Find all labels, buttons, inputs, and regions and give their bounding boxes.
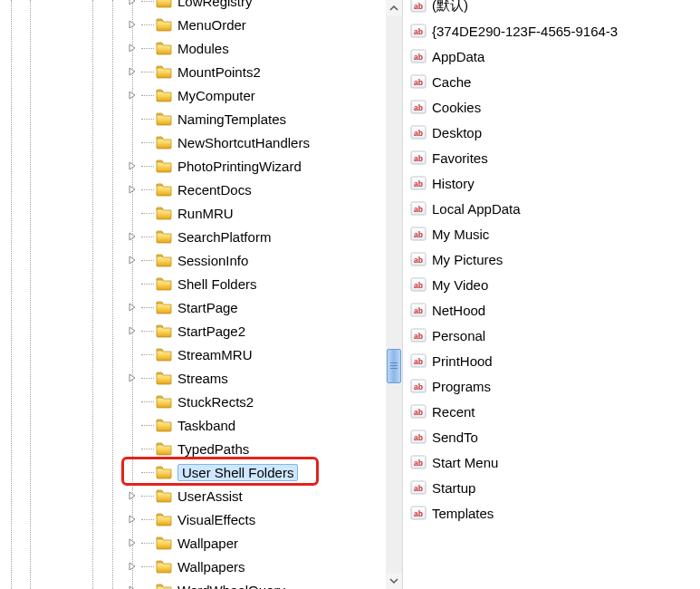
tree-item[interactable]: NamingTemplates [127,107,402,130]
string-value-icon: ab [410,73,427,90]
expand-icon[interactable] [127,325,138,336]
string-value-icon: ab [410,124,427,140]
expand-icon[interactable] [127,43,138,53]
value-row[interactable]: abDesktop [403,120,700,145]
tree-item-label: Shell Folders [177,276,257,292]
tree-item[interactable]: Streams [127,366,402,390]
expand-icon[interactable] [127,561,138,572]
tree-item[interactable]: MountPoints2 [127,60,402,83]
tree-item[interactable]: Shell Folders [127,272,402,295]
expand-icon[interactable] [127,19,138,30]
tree-item[interactable]: User Shell Folders [127,460,402,484]
tree-item[interactable]: TypedPaths [127,437,402,460]
svg-text:ab: ab [414,154,423,163]
expand-icon[interactable] [127,255,138,266]
tree-scrollbar[interactable] [386,0,402,589]
folder-icon [156,17,172,32]
svg-text:ab: ab [414,78,423,87]
value-name: History [432,176,475,191]
tree-item[interactable]: MenuOrder [127,13,402,36]
tree-item-label: RunMRU [177,206,234,221]
tree-item[interactable]: NewShortcutHandlers [127,130,402,154]
tree-item[interactable]: UserAssist [127,484,402,507]
value-row[interactable]: abLocal AppData [403,196,700,221]
folder-icon [156,536,172,550]
tree-item[interactable]: SearchPlatform [127,225,402,248]
folder-icon [156,371,172,385]
registry-tree[interactable]: LowRegistryMenuOrderModulesMountPoints2M… [0,0,402,589]
tree-item[interactable]: StuckRects2 [127,390,402,413]
tree-item[interactable]: SessionInfo [127,248,402,272]
expand-icon[interactable] [127,184,138,195]
svg-text:ab: ab [414,103,423,112]
value-row[interactable]: abTemplates [403,500,700,526]
value-row[interactable]: ab(默认) [403,0,700,18]
value-name: Desktop [432,125,482,140]
tree-item[interactable]: VisualEffects [127,507,402,531]
scroll-down-icon[interactable] [386,573,402,589]
folder-icon [156,135,172,150]
value-row[interactable]: abFavorites [403,145,700,170]
expand-icon[interactable] [127,0,138,6]
value-row[interactable]: abCache [403,69,700,94]
value-row[interactable]: abPersonal [403,323,700,348]
svg-text:ab: ab [414,484,423,493]
tree-item-label: TypedPaths [177,441,249,457]
tree-item[interactable]: StreamMRU [127,343,402,366]
value-name: NetHood [432,303,485,318]
expand-icon[interactable] [127,584,138,589]
tree-item[interactable]: StartPage [127,295,402,319]
scroll-thumb[interactable] [387,349,401,383]
tree-item[interactable]: Modules [127,36,402,60]
tree-item-label: StartPage2 [177,323,245,339]
tree-item[interactable]: MyComputer [127,83,402,107]
expand-placeholder [127,349,138,360]
tree-item[interactable]: RunMRU [127,201,402,225]
tree-item[interactable]: StartPage2 [127,319,402,343]
value-row[interactable]: abStartup [403,475,700,500]
expand-icon[interactable] [127,302,138,313]
expand-icon[interactable] [127,231,138,242]
tree-item[interactable]: Wallpaper [127,531,402,555]
tree-item-label: Modules [177,41,229,56]
value-row[interactable]: abRecent [403,399,700,424]
expand-icon[interactable] [127,372,138,383]
value-row[interactable]: abPrintHood [403,348,700,373]
value-name: My Video [432,277,488,293]
expand-icon[interactable] [127,160,138,171]
value-row[interactable]: abPrograms [403,373,700,399]
value-name: Cache [432,74,471,90]
tree-item-label: Wallpaper [177,536,238,551]
value-row[interactable]: ab{374DE290-123F-4565-9164-3 [403,18,700,43]
value-row[interactable]: abAppData [403,43,700,69]
tree-item[interactable]: LowRegistry [127,0,402,13]
expand-icon[interactable] [127,90,138,101]
tree-item[interactable]: RecentDocs [127,178,402,201]
tree-item-label: MyComputer [177,88,255,103]
value-row[interactable]: abMy Pictures [403,246,700,272]
value-row[interactable]: abMy Music [403,221,700,246]
tree-item[interactable]: Wallpapers [127,555,402,578]
string-value-icon: ab [410,505,427,521]
folder-icon [156,159,172,173]
expand-icon[interactable] [127,537,138,548]
value-row[interactable]: abStart Menu [403,449,700,475]
expand-placeholder [127,137,138,148]
value-row[interactable]: abMy Video [403,272,700,297]
tree-item[interactable]: WordWheelQuery [127,578,402,589]
expand-icon[interactable] [127,490,138,501]
value-row[interactable]: abSendTo [403,424,700,449]
tree-item-label: SessionInfo [177,253,248,268]
expand-icon[interactable] [127,514,138,525]
value-row[interactable]: abHistory [403,170,700,196]
scroll-up-icon[interactable] [386,0,402,16]
value-row[interactable]: abNetHood [403,297,700,323]
folder-icon [156,512,172,526]
expand-icon[interactable] [127,66,138,77]
registry-values-list[interactable]: ab(默认)ab{374DE290-123F-4565-9164-3abAppD… [403,0,700,526]
tree-item-label: MenuOrder [177,17,246,33]
tree-item[interactable]: PhotoPrintingWizard [127,154,402,178]
tree-item[interactable]: Taskband [127,413,402,437]
value-row[interactable]: abCookies [403,94,700,120]
string-value-icon: ab [410,479,427,496]
